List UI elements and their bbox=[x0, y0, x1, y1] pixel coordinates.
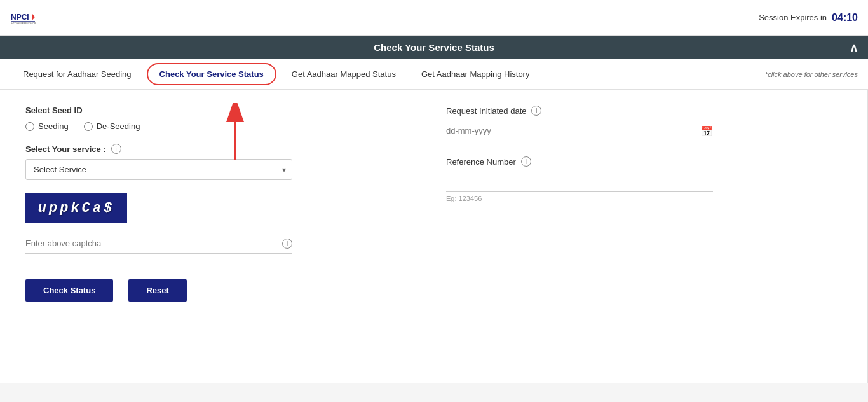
seeding-radio[interactable] bbox=[25, 122, 34, 131]
collapse-icon[interactable]: ∧ bbox=[850, 41, 858, 55]
npci-logo-icon: NPCI NATIONAL PAYMENTS CORPORATION OF IN… bbox=[10, 8, 36, 27]
date-label: Request Initiated date bbox=[446, 106, 526, 116]
svg-text:NPCI: NPCI bbox=[11, 12, 29, 21]
reference-section: Reference Number i Eg: 123456 bbox=[446, 156, 713, 202]
service-select[interactable]: Select Service Seeding De-Seeding bbox=[25, 159, 292, 180]
captcha-input[interactable] bbox=[25, 233, 292, 254]
captcha-info-icon[interactable]: i bbox=[282, 239, 292, 249]
content-grid: Select Seed ID Seeding De-Seeding Select… bbox=[25, 106, 841, 302]
check-status-button[interactable]: Check Status bbox=[25, 279, 113, 302]
date-section: Request Initiated date i 📅 bbox=[446, 106, 841, 141]
tab-aadhaar-mapped-status[interactable]: Get Aadhaar Mapped Status bbox=[279, 60, 409, 90]
title-bar: Check Your Service Status ∧ bbox=[0, 36, 868, 59]
ref-hint: Eg: 123456 bbox=[446, 195, 713, 202]
seed-id-radio-group: Seeding De-Seeding bbox=[25, 121, 421, 131]
seed-id-section: Select Seed ID Seeding De-Seeding bbox=[25, 106, 421, 131]
captcha-input-wrapper: i bbox=[25, 233, 292, 254]
date-info-icon[interactable]: i bbox=[531, 106, 541, 116]
left-column: Select Seed ID Seeding De-Seeding Select… bbox=[25, 106, 421, 302]
nav-tabs: Request for Aadhaar Seeding Check Your S… bbox=[0, 59, 868, 90]
reference-input[interactable] bbox=[446, 172, 713, 192]
button-row: Check Status Reset bbox=[25, 279, 421, 302]
captcha-text: uppkCa$ bbox=[38, 200, 114, 216]
date-field-wrapper: 📅 bbox=[446, 121, 713, 141]
captcha-image: uppkCa$ bbox=[25, 193, 127, 223]
date-input[interactable] bbox=[446, 121, 713, 141]
session-timer: 04:10 bbox=[832, 12, 858, 24]
deseeding-label: De-Seeding bbox=[97, 121, 140, 131]
reset-button[interactable]: Reset bbox=[128, 279, 186, 302]
service-section: Select Your service : i Select Service S… bbox=[25, 144, 421, 180]
seed-id-label: Select Seed ID bbox=[25, 106, 421, 115]
session-label: Session Expires in bbox=[759, 13, 827, 22]
deseeding-radio[interactable] bbox=[84, 122, 93, 131]
service-info-icon[interactable]: i bbox=[111, 144, 121, 154]
nav-hint: *click above for other services bbox=[765, 71, 858, 78]
deseeding-option[interactable]: De-Seeding bbox=[84, 121, 140, 131]
header: NPCI NATIONAL PAYMENTS CORPORATION OF IN… bbox=[0, 0, 868, 36]
svg-marker-1 bbox=[32, 13, 35, 20]
svg-text:NATIONAL PAYMENTS CORPORATION : NATIONAL PAYMENTS CORPORATION OF INDIA bbox=[11, 22, 36, 25]
right-column: Request Initiated date i 📅 Reference Num… bbox=[446, 106, 841, 302]
logo-area: NPCI NATIONAL PAYMENTS CORPORATION OF IN… bbox=[10, 8, 39, 27]
tab-check-service-status[interactable]: Check Your Service Status bbox=[147, 63, 276, 85]
main-content: Select Seed ID Seeding De-Seeding Select… bbox=[0, 90, 868, 383]
service-label-row: Select Your service : i bbox=[25, 144, 421, 154]
ref-field-wrapper bbox=[446, 172, 713, 192]
tab-aadhaar-seeding[interactable]: Request for Aadhaar Seeding bbox=[10, 60, 144, 90]
service-label: Select Your service : bbox=[25, 144, 106, 154]
title-bar-label: Check Your Service Status bbox=[374, 42, 494, 53]
seeding-option[interactable]: Seeding bbox=[25, 121, 69, 131]
ref-label: Reference Number bbox=[446, 157, 516, 167]
session-info: Session Expires in 04:10 bbox=[759, 12, 858, 24]
seeding-label: Seeding bbox=[38, 121, 69, 131]
tab-aadhaar-mapping-history[interactable]: Get Aadhaar Mapping History bbox=[409, 60, 543, 90]
service-select-wrapper: Select Service Seeding De-Seeding ▾ bbox=[25, 159, 292, 180]
ref-info-icon[interactable]: i bbox=[521, 156, 531, 167]
